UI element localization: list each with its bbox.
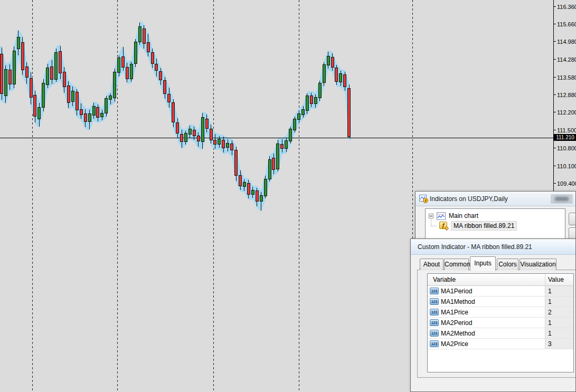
price-tick: 113.580: [554, 74, 576, 81]
price-tick: 116.360: [554, 4, 576, 10]
variable-value[interactable]: 1: [548, 298, 552, 305]
period-separators: [32, 0, 412, 392]
variable-value[interactable]: 1: [548, 319, 552, 327]
numeric-type-icon: 123: [430, 340, 439, 347]
price-tick: 112.200: [554, 109, 576, 116]
dialog-button-fragment-bottom[interactable]: [569, 227, 576, 240]
tab-inputs[interactable]: Inputs: [470, 256, 496, 271]
price-tick: 110.100: [554, 163, 576, 169]
variable-name: MA1Period: [441, 288, 472, 295]
chart-wave-icon: [437, 212, 446, 220]
indicators-tree[interactable]: Main chart ƒ MA ribbon filled.89.21: [425, 208, 565, 240]
numeric-type-icon: 123: [430, 288, 439, 294]
tree-connector: [431, 226, 437, 226]
inputs-tab-pane: Variable Value 123 MA1Period 1 123 MA1Me…: [417, 270, 576, 378]
custom-indicator-title: Custom Indicator - MA ribbon filled.89.2…: [418, 239, 532, 255]
custom-indicator-dialog: Custom Indicator - MA ribbon filled.89.2…: [410, 238, 576, 392]
table-row[interactable]: 123 MA1Price 2: [428, 307, 573, 318]
tree-item-label: MA ribbon filled.89.21: [451, 221, 517, 231]
column-header-variable[interactable]: Variable: [433, 276, 456, 283]
column-header-value[interactable]: Value: [548, 276, 564, 283]
price-tick: 110.800: [554, 145, 576, 151]
price-tick: 111.500: [554, 127, 576, 133]
custom-indicator-titlebar[interactable]: Custom Indicator - MA ribbon filled.89.2…: [411, 239, 575, 255]
price-tick: 115.660: [554, 21, 576, 27]
indicators-dialog-title: Indicators on USDJPY,Daily: [430, 192, 508, 206]
current-price-tag: 111.210: [554, 134, 576, 141]
tab-colors[interactable]: Colors: [497, 259, 518, 270]
table-row[interactable]: 123 MA2Price 3: [428, 339, 573, 349]
tree-item-label: Main chart: [449, 212, 478, 219]
price-tick: 114.980: [554, 39, 576, 45]
price-tick: 114.280: [554, 56, 576, 63]
variable-value[interactable]: 1: [548, 330, 552, 337]
variable-name: MA2Price: [441, 340, 468, 348]
inputs-table: Variable Value 123 MA1Period 1 123 MA1Me…: [427, 273, 574, 372]
collapse-expander-icon[interactable]: [429, 214, 433, 218]
variable-name: MA2Method: [441, 330, 475, 337]
numeric-type-icon: 123: [430, 330, 439, 337]
table-row[interactable]: 123 MA1Period 1: [428, 286, 573, 297]
dialog-button-fragment-top[interactable]: [569, 213, 576, 225]
variable-value[interactable]: 3: [548, 340, 552, 348]
tab-visualization[interactable]: Visualization: [520, 259, 556, 270]
indicators-dialog: f Indicators on USDJPY,Daily Main chart …: [415, 191, 576, 240]
inputs-table-header: Variable Value: [428, 274, 573, 286]
numeric-type-icon: 123: [430, 309, 439, 315]
variable-name: MA1Method: [441, 298, 475, 305]
table-row[interactable]: 123 MA1Method 1: [428, 297, 573, 307]
function-icon: ƒ: [439, 222, 447, 229]
numeric-type-icon: 123: [430, 298, 439, 305]
mt4-chart-window: 116.360115.660114.980114.280113.580112.8…: [0, 0, 576, 392]
variable-name: MA2Period: [441, 319, 472, 327]
table-row[interactable]: 123 MA2Method 1: [428, 328, 573, 339]
tab-about[interactable]: About: [420, 259, 443, 270]
table-row[interactable]: 123 MA2Period 1: [428, 318, 573, 328]
numeric-type-icon: 123: [430, 319, 439, 326]
indicators-dialog-titlebar[interactable]: f Indicators on USDJPY,Daily: [416, 192, 575, 206]
column-divider[interactable]: [545, 274, 545, 285]
price-tick: 112.880: [554, 92, 576, 98]
variable-value[interactable]: 2: [548, 309, 552, 316]
variable-value[interactable]: 1: [548, 288, 552, 295]
variable-name: MA1Price: [441, 309, 468, 316]
price-tick: 109.400: [554, 180, 576, 187]
tab-common[interactable]: Common: [444, 259, 469, 270]
titlebar-artifact: [551, 194, 573, 204]
indicator-list-icon: f: [419, 195, 428, 203]
